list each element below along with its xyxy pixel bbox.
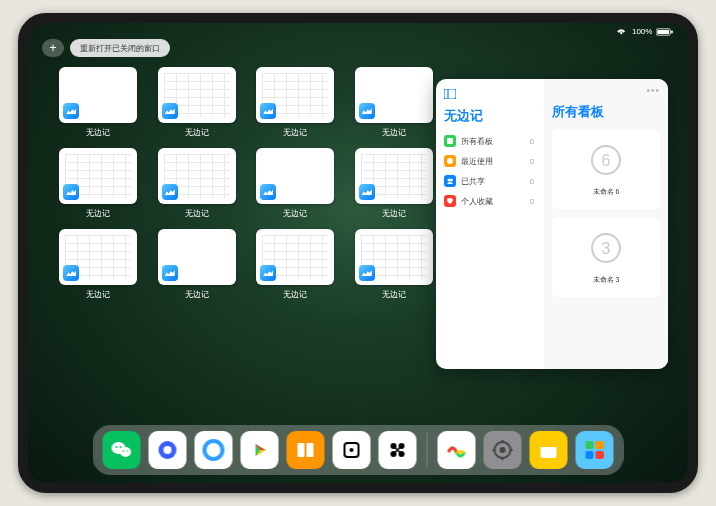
top-controls: + 重新打开已关闭的窗口: [42, 39, 170, 57]
nav-item-count: 0: [530, 177, 534, 186]
svg-point-21: [205, 441, 223, 459]
freeform-app-icon: [63, 265, 79, 281]
svg-rect-40: [586, 451, 594, 459]
thumbnail-preview: [355, 229, 433, 285]
window-thumbnail[interactable]: 无边记: [155, 67, 240, 138]
nav-item[interactable]: 已共享0: [444, 175, 536, 187]
window-thumbnail[interactable]: 无边记: [253, 148, 338, 219]
nav-item[interactable]: 个人收藏0: [444, 195, 536, 207]
svg-point-17: [123, 450, 125, 452]
board-card[interactable]: 6未命名 6: [552, 129, 660, 209]
freeform-app-icon: [359, 184, 375, 200]
svg-point-18: [127, 450, 129, 452]
sidebar-toggle-icon[interactable]: [444, 89, 536, 101]
window-thumbnail[interactable]: 无边记: [352, 67, 437, 138]
svg-point-20: [164, 446, 172, 454]
dock: [93, 425, 624, 475]
window-thumbnail[interactable]: 无边记: [56, 229, 141, 300]
svg-rect-23: [307, 443, 314, 457]
ipad-frame: 100% + 重新打开已关闭的窗口 无边记无边记无边记无边记无边记无边记无边记无…: [18, 13, 698, 493]
dock-app-books[interactable]: [287, 431, 325, 469]
thumbnail-preview: [158, 229, 236, 285]
thumbnail-preview: [355, 148, 433, 204]
thumbnail-label: 无边记: [283, 127, 307, 138]
freeform-app-icon: [162, 265, 178, 281]
window-grid: 无边记无边记无边记无边记无边记无边记无边记无边记无边记无边记无边记无边记: [56, 67, 436, 300]
panel-content: ••• 所有看板 6未命名 6 3未命名 3: [544, 79, 668, 369]
thumbnail-label: 无边记: [185, 127, 209, 138]
window-thumbnail[interactable]: 无边记: [352, 229, 437, 300]
freeform-app-icon: [359, 103, 375, 119]
dock-separator: [427, 433, 428, 467]
svg-rect-3: [444, 89, 456, 99]
nav-item[interactable]: 所有看板0: [444, 135, 536, 147]
board-preview: 6: [558, 135, 654, 185]
thumbnail-preview: [59, 229, 137, 285]
battery-icon: [656, 28, 674, 36]
wifi-icon: [614, 28, 628, 36]
window-thumbnail[interactable]: 无边记: [253, 229, 338, 300]
nav-item-icon: [444, 135, 456, 147]
dock-app-freeform[interactable]: [438, 431, 476, 469]
window-thumbnail[interactable]: 无边记: [352, 148, 437, 219]
thumbnail-preview: [59, 67, 137, 123]
svg-rect-1: [658, 30, 670, 34]
window-thumbnail[interactable]: 无边记: [56, 148, 141, 219]
window-thumbnail[interactable]: 无边记: [155, 148, 240, 219]
freeform-app-icon: [63, 184, 79, 200]
window-thumbnail[interactable]: 无边记: [56, 67, 141, 138]
dock-app-wechat[interactable]: [103, 431, 141, 469]
thumbnail-label: 无边记: [382, 127, 406, 138]
panel-right-title: 所有看板: [552, 103, 660, 121]
sidebar-panel: 无边记 所有看板0最近使用0已共享0个人收藏0 ••• 所有看板 6未命名 6 …: [436, 79, 668, 369]
nav-item-count: 0: [530, 157, 534, 166]
freeform-app-icon: [260, 265, 276, 281]
nav-item-label: 最近使用: [461, 156, 493, 167]
svg-text:3: 3: [602, 240, 611, 257]
board-name: 未命名 6: [593, 187, 620, 197]
thumbnail-preview: [256, 148, 334, 204]
nav-item-label: 个人收藏: [461, 196, 493, 207]
svg-rect-41: [596, 451, 604, 459]
thumbnail-label: 无边记: [382, 289, 406, 300]
board-name: 未命名 3: [593, 275, 620, 285]
svg-rect-5: [447, 138, 453, 144]
svg-text:6: 6: [602, 152, 611, 169]
board-date: [605, 197, 607, 203]
board-card[interactable]: 3未命名 3: [552, 217, 660, 297]
svg-rect-2: [672, 30, 674, 33]
nav-item[interactable]: 最近使用0: [444, 155, 536, 167]
thumbnail-label: 无边记: [382, 208, 406, 219]
dock-app-dice[interactable]: [333, 431, 371, 469]
freeform-app-icon: [260, 184, 276, 200]
thumbnail-preview: [59, 148, 137, 204]
svg-point-15: [116, 446, 118, 448]
svg-rect-22: [298, 443, 305, 457]
dock-app-settings[interactable]: [484, 431, 522, 469]
svg-point-25: [350, 448, 354, 452]
thumbnail-preview: [256, 67, 334, 123]
dock-app-connect[interactable]: [379, 431, 417, 469]
more-icon[interactable]: •••: [646, 85, 660, 96]
dock-app-media[interactable]: [241, 431, 279, 469]
screen: 100% + 重新打开已关闭的窗口 无边记无边记无边记无边记无边记无边记无边记无…: [28, 23, 688, 483]
battery-percent: 100%: [632, 27, 652, 36]
reopen-closed-window-button[interactable]: 重新打开已关闭的窗口: [70, 39, 170, 57]
window-thumbnail[interactable]: 无边记: [155, 229, 240, 300]
nav-item-icon: [444, 155, 456, 167]
dock-app-browser-1[interactable]: [149, 431, 187, 469]
nav-item-icon: [444, 175, 456, 187]
window-thumbnail[interactable]: 无边记: [253, 67, 338, 138]
freeform-app-icon: [63, 103, 79, 119]
svg-point-8: [450, 179, 453, 182]
status-bar: 100%: [614, 27, 674, 36]
dock-app-notes[interactable]: [530, 431, 568, 469]
new-window-button[interactable]: +: [42, 39, 64, 57]
dock-app-app-library[interactable]: [576, 431, 614, 469]
nav-item-count: 0: [530, 197, 534, 206]
nav-item-label: 所有看板: [461, 136, 493, 147]
thumbnail-label: 无边记: [185, 208, 209, 219]
dock-app-browser-2[interactable]: [195, 431, 233, 469]
nav-item-label: 已共享: [461, 176, 485, 187]
svg-rect-39: [596, 441, 604, 449]
